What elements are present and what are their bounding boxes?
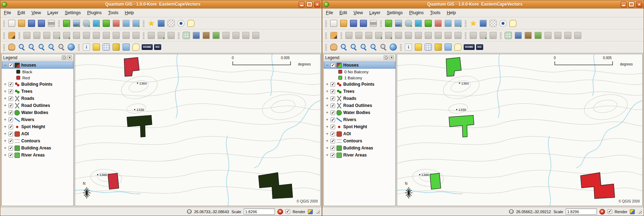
cut-features-button[interactable] — [112, 31, 121, 40]
delete-selected-button[interactable] — [424, 31, 433, 40]
legend-layer-contours[interactable]: +Contours — [324, 137, 395, 144]
open-project-button[interactable] — [17, 19, 26, 28]
toolbar-handle[interactable] — [143, 32, 145, 39]
show-bookmarks-button[interactable] — [479, 19, 488, 28]
legend-close-button[interactable] — [389, 55, 394, 60]
new-project-button[interactable] — [7, 19, 16, 28]
expander-toggle-icon[interactable]: + — [3, 96, 7, 101]
add-island-button[interactable] — [62, 31, 71, 40]
layer-visibility-checkbox[interactable] — [9, 110, 13, 115]
messages-icon[interactable] — [630, 209, 635, 214]
legend-layer-rivers[interactable]: +Rivers — [324, 116, 395, 123]
zoom-out-button[interactable] — [27, 42, 36, 52]
layer-visibility-checkbox[interactable] — [9, 146, 13, 150]
add-ring-button[interactable] — [52, 31, 61, 40]
add-island-button[interactable] — [384, 31, 393, 40]
rotate-point-symbols-button[interactable] — [202, 31, 211, 40]
style-manager-button[interactable] — [488, 19, 498, 28]
capture-line-button[interactable] — [354, 31, 363, 40]
scale-input[interactable] — [566, 209, 597, 215]
toolbar-badge-ho[interactable]: HO — [154, 44, 161, 50]
zoom-to-layer-button[interactable] — [47, 42, 56, 52]
legend-symbol-red[interactable]: Red — [2, 75, 73, 81]
legend-layer-rivers[interactable]: +Rivers — [2, 116, 73, 123]
save-edits-button[interactable] — [192, 31, 201, 40]
capture-polygon-button[interactable] — [364, 31, 373, 40]
expander-toggle-icon[interactable]: + — [325, 117, 329, 122]
expander-toggle-icon[interactable]: + — [3, 153, 7, 158]
pan-map-button[interactable] — [7, 42, 16, 52]
toolbar-badge-home[interactable]: HOME — [142, 44, 153, 50]
expander-toggle-icon[interactable]: + — [325, 153, 329, 158]
legend-layer-road-outlines[interactable]: +Road Outlines — [2, 102, 73, 109]
menu-settings[interactable]: Settings — [387, 10, 403, 15]
open-table-button[interactable] — [102, 42, 111, 52]
legend-layer-river-areas[interactable]: +River Areas — [324, 152, 395, 159]
new-vector-layer-button[interactable] — [424, 19, 433, 28]
toolbar-handle[interactable] — [3, 44, 5, 51]
close-button[interactable] — [636, 1, 642, 7]
toolbar-handle[interactable] — [325, 32, 327, 39]
expander-toggle-icon[interactable]: − — [325, 63, 329, 68]
add-raster-layer-button[interactable] — [394, 19, 403, 28]
new-project-button[interactable] — [329, 19, 338, 28]
add-vertex-button[interactable] — [479, 31, 488, 40]
toolbar-handle[interactable] — [340, 32, 342, 39]
zoom-box-button[interactable] — [37, 42, 46, 52]
expander-toggle-icon[interactable]: + — [3, 138, 7, 143]
select-features-button[interactable] — [414, 42, 423, 52]
layer-visibility-checkbox[interactable] — [331, 146, 335, 150]
add-all-to-overview-button[interactable] — [131, 19, 141, 28]
expander-toggle-icon[interactable]: − — [3, 63, 7, 68]
new-bookmark-button[interactable] — [147, 19, 156, 28]
identify-features-button[interactable] — [404, 42, 413, 52]
move-vertex-button[interactable] — [469, 31, 478, 40]
split-features-button[interactable] — [404, 31, 413, 40]
toolbar-handle[interactable] — [325, 44, 327, 51]
legend-layer-aoi[interactable]: +AOI — [2, 130, 73, 137]
zoom-in-button[interactable] — [17, 42, 26, 52]
capture-point-button[interactable] — [22, 31, 32, 40]
legend-layer-trees[interactable]: +Trees — [324, 88, 395, 95]
expander-toggle-icon[interactable]: + — [3, 89, 7, 94]
map-canvas[interactable]: 1384 1339 1388 0 0.005 degrees N — [75, 54, 321, 206]
menu-help[interactable]: Help — [125, 10, 134, 15]
add-ring-button[interactable] — [374, 31, 383, 40]
paste-features-button[interactable] — [131, 31, 141, 40]
capture-polygon-button[interactable] — [42, 31, 51, 40]
layer-visibility-checkbox[interactable] — [331, 103, 335, 108]
layer-visibility-checkbox[interactable] — [331, 139, 335, 143]
toolbar-handle[interactable] — [465, 20, 467, 27]
layer-visibility-checkbox[interactable] — [9, 63, 13, 68]
remove-layer-button[interactable] — [112, 19, 121, 28]
paste-features-button[interactable] — [453, 31, 463, 40]
zoom-full-button[interactable] — [389, 42, 398, 52]
legend-layer-roads[interactable]: +Roads — [2, 95, 73, 102]
zoom-in-button[interactable] — [339, 42, 348, 52]
toolbar-handle[interactable] — [78, 44, 80, 51]
delete-part-button[interactable] — [563, 31, 572, 40]
legend-layer-contours[interactable]: +Contours — [2, 137, 73, 144]
toggle-editing-button[interactable] — [7, 31, 16, 40]
add-postgis-layer-button[interactable] — [82, 19, 91, 28]
legend-layer-water-bodies[interactable]: +Water Bodies — [324, 109, 395, 116]
move-vertex-button[interactable] — [147, 31, 156, 40]
layer-visibility-checkbox[interactable] — [331, 132, 335, 136]
add-wms-layer-button[interactable] — [414, 19, 423, 28]
toggle-editing-button[interactable] — [329, 31, 338, 40]
split-features-button[interactable] — [82, 31, 91, 40]
add-wms-layer-button[interactable] — [92, 19, 101, 28]
print-composer-button[interactable] — [47, 19, 56, 28]
legend-symbol-1-balcony[interactable]: 1 Balcony — [324, 75, 395, 81]
delete-selected-button[interactable] — [102, 31, 111, 40]
capture-point-button[interactable] — [344, 31, 354, 40]
minimize-button[interactable] — [621, 1, 627, 7]
toolbar-handle[interactable] — [3, 32, 5, 39]
legend-close-button[interactable] — [67, 55, 72, 60]
menu-view[interactable]: View — [32, 10, 41, 15]
zoom-box-button[interactable] — [359, 42, 368, 52]
open-table-button[interactable] — [424, 42, 433, 52]
remove-layer-button[interactable] — [434, 19, 443, 28]
node-tool-button[interactable] — [414, 31, 423, 40]
zoom-full-button[interactable] — [67, 42, 76, 52]
